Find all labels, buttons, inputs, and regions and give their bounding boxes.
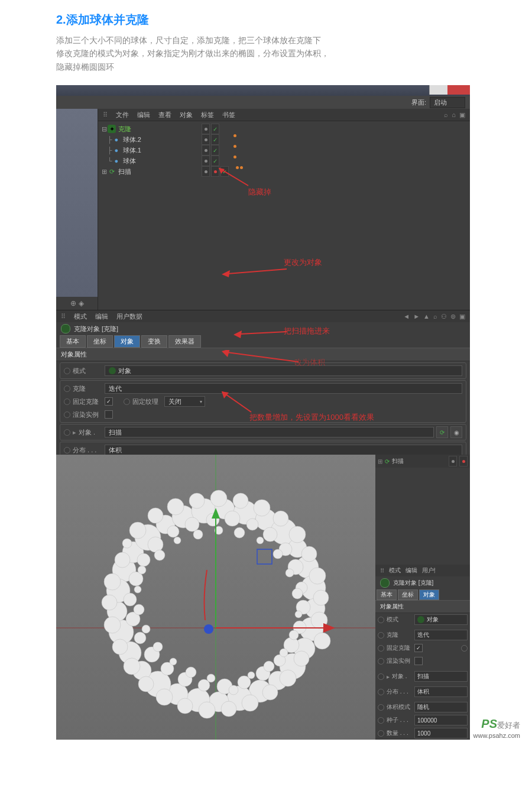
side-seed-input[interactable]: 100000: [414, 715, 468, 725]
side-tab-object[interactable]: 对象: [419, 589, 439, 600]
collapse-icon[interactable]: ⊟: [100, 125, 108, 133]
svg-point-75: [233, 493, 248, 508]
tab-basic[interactable]: 基本: [60, 335, 86, 348]
side-count-input[interactable]: 1000: [414, 728, 468, 738]
side-clone-dropdown[interactable]: 迭代: [414, 630, 468, 640]
tree-item-clone[interactable]: ⊟ ✦ 克隆 ✓: [98, 124, 470, 134]
prop-dist-label: 分布 . . .: [73, 446, 96, 455]
layout-dropdown[interactable]: 启动: [430, 97, 465, 108]
tab-effector[interactable]: 效果器: [168, 335, 201, 348]
param-toggle[interactable]: [64, 368, 70, 374]
side-fixedclone-checkbox[interactable]: ✓: [414, 644, 423, 652]
sphere-icon: ●: [112, 135, 121, 144]
svg-point-98: [154, 550, 165, 561]
side-attr-title: 克隆对象 [克隆]: [393, 579, 433, 587]
mode-dropdown[interactable]: 对象: [105, 365, 462, 376]
menu-object[interactable]: 对象: [180, 111, 193, 119]
svg-point-85: [262, 685, 278, 700]
svg-point-109: [280, 649, 288, 657]
layout-label: 界面:: [411, 98, 426, 107]
tab-coord[interactable]: 坐标: [87, 335, 113, 348]
svg-point-119: [134, 586, 141, 593]
menu-edit[interactable]: 编辑: [137, 111, 150, 119]
attr-menu-bar: ⠿ 模式 编辑 用户数据 ◄ ► ▲ ⌕ ⚇ ⊚ ▣: [56, 310, 470, 322]
maximize-icon[interactable]: ▣: [459, 313, 465, 320]
side-mode-dropdown[interactable]: 对象: [414, 614, 468, 625]
param-toggle[interactable]: [64, 429, 70, 436]
param-toggle[interactable]: [64, 385, 70, 392]
side-tab-coord[interactable]: 坐标: [398, 589, 418, 600]
nav-back-icon[interactable]: ◄: [403, 313, 410, 320]
svg-point-110: [264, 661, 274, 672]
svg-point-107: [295, 611, 302, 618]
distribution-dropdown[interactable]: 体积: [105, 445, 462, 455]
gear-icon[interactable]: ⊚: [450, 313, 456, 320]
side-tab-basic[interactable]: 基本: [377, 589, 397, 600]
attr-menu-userdata[interactable]: 用户数据: [116, 312, 142, 321]
menu-bookmark[interactable]: 书签: [222, 111, 235, 119]
sweep-icon-small: ⟳: [385, 458, 390, 465]
tab-object[interactable]: 对象: [114, 335, 140, 348]
svg-point-102: [234, 527, 245, 538]
home-icon[interactable]: ⌂: [452, 111, 456, 119]
side-menu-userdata[interactable]: 用户数据: [422, 566, 435, 575]
step-title: 2.添加球体并克隆: [56, 12, 476, 28]
tree-item-sphere[interactable]: └ ● 球体 ✓: [98, 155, 470, 166]
tool-icon[interactable]: ◈: [79, 299, 84, 307]
tree-item-sphere2[interactable]: ├ ● 球体.2 ✓: [98, 134, 470, 145]
search-icon[interactable]: ⌕: [444, 111, 448, 119]
svg-point-77: [273, 511, 288, 526]
grid-icon[interactable]: ⠿: [61, 313, 66, 320]
side-menu-edit[interactable]: 编辑: [406, 566, 417, 575]
attr-menu-mode[interactable]: 模式: [74, 312, 87, 321]
viewport-3d[interactable]: [56, 455, 375, 740]
param-toggle[interactable]: [64, 412, 70, 418]
maximize-icon[interactable]: ▣: [459, 111, 465, 119]
side-menu-mode[interactable]: 模式: [389, 566, 401, 575]
tree-sweep-label[interactable]: 扫描: [392, 457, 404, 465]
nav-up-icon[interactable]: ▲: [423, 313, 430, 320]
side-volmode-dropdown[interactable]: 随机: [414, 702, 468, 712]
side-render-checkbox[interactable]: [414, 657, 423, 665]
expand-icon[interactable]: ⊞: [100, 168, 108, 176]
side-attribute-panel: ⊞ ⟳ 扫描 ⠿ 模式 编辑 用户数据 克隆对象 [克隆] 基本: [375, 455, 470, 740]
svg-point-97: [138, 566, 146, 574]
side-dist-dropdown[interactable]: 体积: [414, 686, 468, 697]
render-instance-checkbox[interactable]: [105, 410, 113, 419]
menu-tag[interactable]: 标签: [201, 111, 214, 119]
window-close-button[interactable]: [447, 85, 470, 95]
menu-file[interactable]: 文件: [116, 111, 129, 119]
param-toggle[interactable]: [64, 398, 70, 405]
side-object-field[interactable]: 扫描: [414, 671, 468, 682]
attr-menu-edit[interactable]: 编辑: [95, 312, 108, 321]
link-icon[interactable]: ⟳: [436, 426, 448, 438]
tree-item-sphere1[interactable]: ├ ● 球体.1 ✓: [98, 145, 470, 155]
lock-icon[interactable]: ⚇: [441, 313, 447, 320]
menu-view[interactable]: 查看: [158, 111, 171, 119]
svg-point-90: [156, 689, 173, 705]
cloner-icon: ✦: [108, 125, 116, 133]
svg-point-113: [207, 674, 215, 682]
fixed-texture-dropdown[interactable]: 关闭: [164, 396, 205, 407]
clone-dropdown[interactable]: 迭代: [105, 383, 462, 394]
svg-point-45: [167, 526, 179, 537]
tree-item-sweep[interactable]: ⊞ ⟳ 扫描 ✓: [98, 166, 470, 177]
svg-point-71: [148, 508, 163, 523]
object-link-field[interactable]: 扫描: [105, 427, 434, 438]
window-minimize-button[interactable]: [429, 85, 447, 95]
svg-point-80: [309, 568, 326, 584]
screenshot-1: 界面: 启动 ⊕ ◈ ⠿ 文件 编辑 查看 对象 标签: [56, 85, 470, 443]
grid-icon[interactable]: ⠿: [103, 111, 108, 119]
param-toggle[interactable]: [64, 447, 70, 453]
svg-point-115: [170, 658, 177, 665]
picker-icon[interactable]: ◉: [450, 426, 462, 438]
fixed-clone-checkbox[interactable]: ✓: [105, 397, 113, 406]
param-toggle[interactable]: [124, 398, 130, 405]
sphere-icon: ●: [112, 146, 121, 154]
svg-marker-123: [323, 623, 335, 633]
svg-point-111: [248, 672, 255, 679]
tool-icon[interactable]: ⊕: [70, 299, 76, 307]
tab-transform[interactable]: 变换: [141, 335, 167, 348]
nav-fwd-icon[interactable]: ►: [413, 313, 420, 320]
search-icon[interactable]: ⌕: [433, 313, 437, 320]
